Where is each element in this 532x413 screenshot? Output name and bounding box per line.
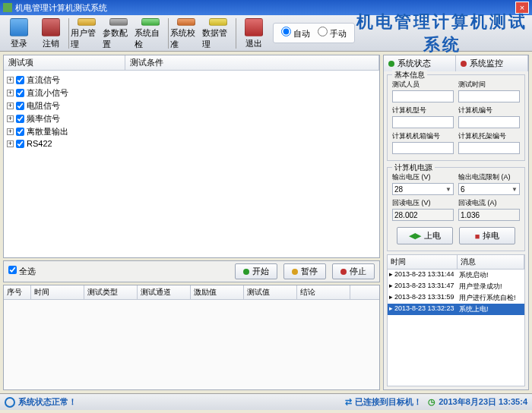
log-panel: 时间 消息 ▸2013-8-23 13:31:44系统启动!▸2013-8-23… [387,254,525,386]
tree-checkbox[interactable] [16,89,24,97]
power-on-button[interactable]: ◀▶上电 [397,227,453,244]
usermgr-button[interactable]: 用户管理 [71,17,103,50]
mode-select: 自动 手动 [273,23,355,43]
tree-checkbox[interactable] [16,128,24,136]
log-row[interactable]: ▸2013-8-23 13:31:47用户登录成功! [388,281,524,292]
expand-icon[interactable]: + [7,77,14,84]
action-row: 全选 开始 暂停 停止 [3,260,380,282]
syscal-button[interactable]: 系统校准 [170,17,202,50]
window-title: 机电管理计算机测试系统 [15,2,107,14]
tree-col-item: 测试项 [4,55,125,70]
log-row[interactable]: ▸2013-8-23 13:32:23系统上电! [388,304,524,315]
login-button[interactable]: 登录 [3,17,35,50]
logout-button[interactable]: 注销 [35,17,67,50]
model-field[interactable] [392,116,454,128]
expand-icon[interactable]: + [7,102,14,109]
clock-icon: ◷ [428,397,435,407]
status-normal: 系统状态正常！ [5,396,77,408]
status-datetime: ◷2013年8月23日 13:35:4 [428,396,527,408]
syscheck-button[interactable]: 系统自检 [135,17,166,50]
tree-label: 直流小信号 [27,87,68,99]
tree-label: 直流信号 [27,74,60,86]
start-button[interactable]: 开始 [235,263,277,279]
datamgr-button[interactable]: 数据管理 [202,17,234,50]
tester-field[interactable] [392,90,454,102]
tree-label: 离散量输出 [27,126,68,137]
expand-icon[interactable]: + [7,140,14,147]
status-connected: ⇄已连接到目标机！ [345,396,422,408]
tree-checkbox[interactable] [16,102,24,110]
out-voltage-select[interactable]: 28▼ [392,183,454,195]
tree-checkbox[interactable] [16,140,24,148]
log-row[interactable]: ▸2013-8-23 13:31:44系统启动! [388,270,524,281]
out-current-select[interactable]: 6▼ [458,183,520,195]
tree-label: 频率信号 [27,113,60,125]
expand-icon: ▸ [389,304,393,314]
read-voltage [392,209,454,221]
tree-col-cond: 测试条件 [125,55,379,70]
expand-icon[interactable]: + [7,115,14,122]
pause-button[interactable]: 暂停 [283,263,326,279]
tree-node[interactable]: +直流小信号 [7,87,376,99]
statusbar: 系统状态正常！ ⇄已连接到目标机！ ◷2013年8月23日 13:35:4 [0,393,532,410]
toolbar: 登录 注销 用户管理 参数配置 系统自检 系统校准 数据管理 退出 自动 手动 … [0,15,532,52]
expand-icon: ▸ [389,282,393,292]
expand-icon: ▸ [389,293,393,303]
power-group: 计算机电源 输出电压 (V)28▼ 输出电流限制 (A)6▼ 回读电压 (V) … [387,167,525,251]
test-tree-panel: 测试项 测试条件 +直流信号+直流小信号+电阻信号+频率信号+离散量输出+RS4… [3,55,380,258]
expand-icon[interactable]: + [7,128,14,135]
app-icon [3,3,12,12]
grid-col: 测试通道 [138,285,191,299]
tree-node[interactable]: +直流信号 [7,74,376,87]
grid-col: 测试类型 [84,285,138,299]
chevron-down-icon: ▼ [511,186,518,193]
power-off-button[interactable]: ■掉电 [459,227,515,244]
tree-node[interactable]: +电阻信号 [7,99,376,112]
play-icon: ◀▶ [409,231,421,241]
main-title: 机电管理计算机测试系统 [355,11,529,56]
grid-col: 结论 [297,285,350,299]
read-current [458,209,520,221]
pcid-field[interactable] [458,116,520,128]
paramcfg-button[interactable]: 参数配置 [103,17,135,50]
grid-col: 序号 [4,285,31,299]
log-row[interactable]: ▸2013-8-23 13:31:59用户进行系统自检! [388,292,524,304]
tree-node[interactable]: +频率信号 [7,112,376,125]
stop-button[interactable]: 停止 [332,263,375,279]
tab-monitor[interactable]: 系统监控 [456,55,528,71]
grid-col: 测试值 [244,285,297,299]
mode-manual[interactable]: 手动 [318,27,347,39]
test-tree[interactable]: +直流信号+直流小信号+电阻信号+频率信号+离散量输出+RS422 [4,71,379,257]
result-grid: 序号时间测试类型测试通道激励值测试值结论 [3,285,380,390]
expand-icon: ▸ [389,270,393,280]
tree-node[interactable]: +离散量输出 [7,125,376,138]
rackid-field[interactable] [458,142,520,154]
grid-body[interactable] [4,300,379,390]
basic-info-group: 基本信息 测试人员 测试时间 计算机型号 计算机编号 计算机机箱编号 计算机托架… [387,74,525,161]
tree-checkbox[interactable] [16,76,24,84]
link-icon: ⇄ [345,397,352,407]
chevron-down-icon: ▼ [445,186,451,193]
stop-icon: ■ [475,232,480,241]
grid-col: 时间 [31,285,84,299]
mode-auto[interactable]: 自动 [281,27,310,39]
tree-label: 电阻信号 [27,100,60,112]
exit-button[interactable]: 退出 [238,17,270,50]
tree-label: RS422 [27,139,52,148]
testtime-field[interactable] [458,90,520,102]
tree-node[interactable]: +RS422 [7,138,376,149]
grid-col: 激励值 [191,285,244,299]
tab-status[interactable]: 系统状态 [384,55,456,71]
log-body[interactable]: ▸2013-8-23 13:31:44系统启动!▸2013-8-23 13:31… [388,270,524,386]
select-all[interactable]: 全选 [8,266,36,277]
expand-icon[interactable]: + [7,90,14,96]
caseid-field[interactable] [392,142,454,154]
tree-checkbox[interactable] [16,115,24,123]
